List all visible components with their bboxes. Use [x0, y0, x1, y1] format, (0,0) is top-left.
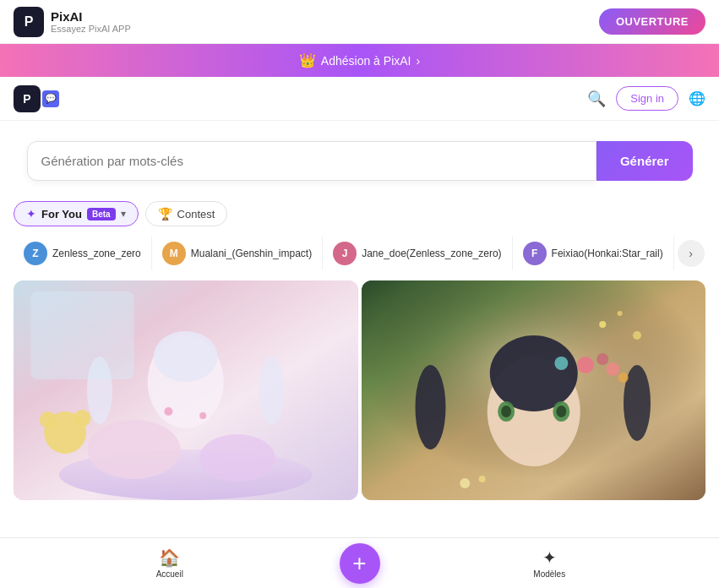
crown-icon: 👑: [299, 52, 316, 68]
avatar-3: F: [523, 242, 547, 265]
avatar-0: Z: [24, 242, 47, 265]
tab-for-you[interactable]: ✦ For You Beta ▾: [14, 201, 139, 226]
svg-point-31: [618, 373, 628, 383]
discord-icon: 💬: [42, 90, 59, 107]
svg-point-30: [554, 357, 568, 370]
home-icon: 🏠: [159, 547, 180, 568]
pixai-logo[interactable]: P: [14, 85, 41, 112]
logo-p: P: [23, 92, 30, 106]
logo-area: P PixAI Essayez PixAI APP: [14, 7, 131, 37]
character-chip-3[interactable]: F Feixiao(Honkai:Star_rail): [513, 237, 674, 270]
svg-point-3: [199, 434, 275, 482]
avatar-2: J: [333, 242, 357, 265]
svg-point-11: [164, 407, 172, 416]
add-button[interactable]: +: [340, 543, 380, 584]
svg-point-21: [415, 365, 445, 449]
home-label: Accueil: [156, 569, 183, 579]
image-anime-cozy: [14, 280, 358, 500]
image-card-0[interactable]: [14, 280, 358, 500]
svg-point-33: [478, 476, 485, 482]
for-you-icon: ✦: [26, 207, 36, 220]
svg-point-7: [259, 357, 285, 424]
image-grid: [0, 280, 719, 500]
app-name: PixAI: [51, 9, 131, 24]
svg-point-18: [633, 331, 641, 340]
character-name-1: Mualani_(Genshin_impact): [191, 248, 312, 259]
search-input[interactable]: [41, 154, 582, 168]
nav-right-area: OUVERTURE: [599, 8, 705, 35]
image-anime-flowers: [362, 280, 706, 500]
secondary-logo-area: P 💬: [14, 85, 59, 112]
models-label: Modèles: [533, 569, 565, 579]
image-card-1[interactable]: [362, 280, 706, 500]
character-chips: Z Zenless_zone_zero M Mualani_(Genshin_i…: [0, 233, 719, 280]
tab-dropdown-arrow-icon: ▾: [121, 208, 126, 220]
nav-models[interactable]: ✦ Modèles: [380, 547, 720, 579]
nav-home[interactable]: 🏠 Accueil: [0, 547, 340, 579]
character-chip-1[interactable]: M Mualani_(Genshin_impact): [152, 237, 323, 270]
banner-arrow-icon: ›: [416, 54, 420, 68]
open-app-button[interactable]: OUVERTURE: [599, 8, 705, 35]
app-tagline: Essayez PixAI APP: [51, 24, 131, 34]
add-icon: +: [352, 550, 366, 577]
generate-button[interactable]: Générer: [596, 141, 693, 181]
contest-label: Contest: [177, 208, 215, 220]
search-input-wrapper: [27, 141, 596, 181]
svg-point-16: [599, 321, 606, 328]
anime-flowers-svg: [362, 280, 706, 500]
adhesion-banner[interactable]: 👑 Adhésion à PixAI ›: [0, 44, 719, 77]
character-name-0: Zenless_zone_zero: [52, 248, 141, 259]
models-icon: ✦: [542, 547, 557, 568]
svg-point-17: [617, 311, 622, 316]
sign-in-button[interactable]: Sign in: [616, 86, 678, 111]
svg-point-25: [501, 406, 511, 417]
tab-contest[interactable]: 🏆 Contest: [145, 201, 228, 226]
banner-text: Adhésion à PixAI: [321, 54, 411, 68]
svg-point-12: [199, 412, 206, 419]
search-area: Générer: [14, 121, 706, 194]
svg-point-29: [596, 353, 608, 365]
character-chip-2[interactable]: J Jane_doe(Zenless_zone_zero): [323, 237, 512, 270]
top-navbar: P PixAI Essayez PixAI APP OUVERTURE: [0, 0, 719, 44]
svg-point-9: [40, 411, 57, 428]
beta-badge: Beta: [87, 208, 116, 220]
character-name-3: Feixiao(Honkai:Star_rail): [552, 248, 663, 259]
character-chip-0[interactable]: Z Zenless_zone_zero: [14, 237, 152, 270]
svg-point-10: [74, 410, 91, 427]
translate-icon[interactable]: 🌐: [689, 90, 705, 106]
svg-point-5: [154, 331, 218, 382]
secondary-right-area: 🔍 Sign in 🌐: [587, 86, 705, 111]
more-characters-button[interactable]: ›: [678, 240, 705, 267]
app-logo-icon: P: [14, 7, 44, 37]
svg-rect-13: [30, 291, 133, 379]
contest-icon: 🏆: [158, 207, 172, 220]
character-name-2: Jane_doe(Zenless_zone_zero): [362, 248, 501, 259]
avatar-1: M: [162, 242, 186, 265]
logo-text: PixAI Essayez PixAI APP: [51, 9, 131, 34]
svg-point-26: [556, 406, 566, 417]
secondary-navbar: P 💬 🔍 Sign in 🌐: [0, 77, 719, 121]
bottom-nav: 🏠 Accueil + ✦ Modèles: [0, 537, 719, 588]
svg-point-32: [460, 478, 470, 488]
svg-point-28: [606, 362, 619, 376]
search-icon[interactable]: 🔍: [587, 90, 606, 108]
svg-point-20: [489, 335, 577, 411]
svg-point-27: [576, 357, 593, 373]
svg-point-2: [88, 420, 181, 479]
anime-cozy-svg: [14, 280, 358, 500]
tab-bar: ✦ For You Beta ▾ 🏆 Contest: [0, 194, 719, 233]
for-you-label: For You: [41, 208, 82, 220]
